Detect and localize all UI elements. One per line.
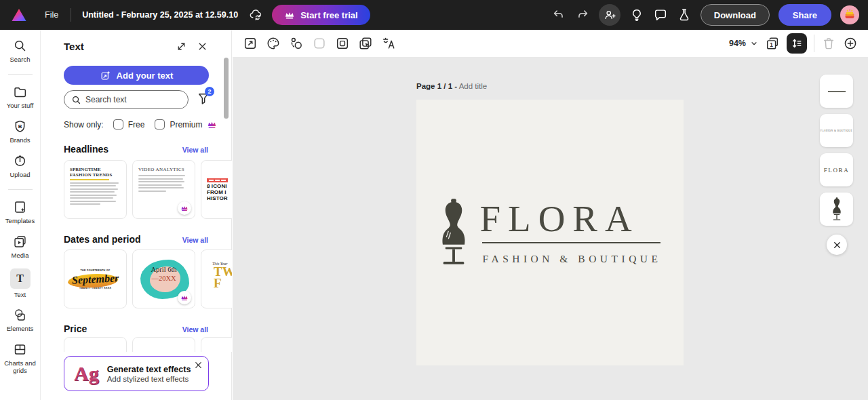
- sidebar-item-search[interactable]: Search: [1, 38, 40, 64]
- premium-checkbox[interactable]: [155, 119, 165, 129]
- template-title: VIDEO ANALYTICS: [138, 167, 189, 172]
- date-template-april-6th[interactable]: April 6th —20XX: [132, 249, 195, 308]
- view-all-price-link[interactable]: View all: [182, 325, 208, 334]
- comments-icon[interactable]: [653, 7, 668, 22]
- flora-logo-group[interactable]: FLORA FASHION & BOUTIQUE: [438, 195, 661, 271]
- mannequin-icon: [831, 197, 842, 222]
- zoom-level: 94%: [729, 39, 746, 48]
- undo-icon[interactable]: [551, 7, 566, 22]
- resize-icon[interactable]: [243, 36, 258, 51]
- generate-text-effects-card[interactable]: Ag Generate text effects Add stylized te…: [64, 356, 209, 391]
- mannequin-icon[interactable]: [438, 195, 469, 271]
- text-effect-preview: Ag: [74, 362, 99, 385]
- view-all-headlines-link[interactable]: View all: [182, 146, 208, 154]
- add-people-button[interactable]: [599, 4, 620, 26]
- start-free-trial-label: Start free trial: [300, 10, 358, 20]
- thumbnail-flora-text[interactable]: FLORA: [820, 153, 853, 186]
- premium-crown-icon: [180, 294, 189, 301]
- page-number-label: Page 1 / 1 -: [416, 82, 457, 90]
- sidebar-item-your-stuff[interactable]: Your stuff: [1, 84, 40, 110]
- expand-panel-icon[interactable]: [176, 41, 187, 52]
- sidebar-item-upload[interactable]: Upload: [1, 153, 40, 179]
- thumbnail-tagline[interactable]: FASHION & BOUTIQUE: [820, 114, 853, 147]
- cloud-sync-icon[interactable]: [248, 8, 264, 22]
- account-avatar[interactable]: [840, 5, 859, 24]
- folder-icon: [13, 85, 27, 99]
- sidebar-item-media[interactable]: Media: [1, 234, 40, 260]
- text-search-field[interactable]: [64, 90, 189, 109]
- shape-swatch-icon[interactable]: [312, 36, 327, 51]
- ideas-lightbulb-icon[interactable]: [629, 7, 644, 22]
- sidebar-label: Charts and grids: [1, 360, 40, 375]
- filter-button[interactable]: 2: [197, 92, 210, 108]
- left-navigation-rail: Search Your stuff B Brands Upload Templa…: [0, 30, 41, 400]
- download-button[interactable]: Download: [701, 4, 770, 26]
- duplicate-icon[interactable]: [358, 36, 373, 51]
- zoom-control[interactable]: 94%: [729, 39, 758, 48]
- logo-wordmark[interactable]: FLORA: [479, 200, 661, 237]
- start-free-trial-button[interactable]: Start free trial: [272, 5, 370, 25]
- deselect-close-button[interactable]: [827, 235, 847, 255]
- templates-icon: [13, 200, 27, 214]
- add-page-icon[interactable]: [843, 36, 858, 51]
- sidebar-item-text[interactable]: T Text: [1, 268, 40, 299]
- thumbnail-mannequin[interactable]: [820, 193, 853, 226]
- date-template-september[interactable]: THE FOURTEENTH OF September TWENTY TWENT…: [64, 249, 127, 308]
- free-checkbox[interactable]: [113, 119, 123, 129]
- pages-icon[interactable]: 1: [765, 36, 780, 51]
- search-text-input[interactable]: [85, 95, 174, 104]
- headline-template-8-iconic[interactable]: 8 ICONI FROM I HISTOR: [201, 160, 232, 219]
- file-menu[interactable]: File: [45, 10, 58, 20]
- panel-scrollbar[interactable]: [224, 58, 229, 119]
- sidebar-item-elements[interactable]: Elements: [1, 307, 40, 333]
- divider: [71, 8, 71, 22]
- headlines-card-row: SPRINGTIME FASHION TRENDS VIDEO ANALYTIC…: [64, 160, 232, 219]
- price-template[interactable]: [132, 337, 195, 352]
- delete-page-icon[interactable]: [821, 36, 836, 51]
- close-promo-icon[interactable]: [194, 361, 203, 369]
- animate-icon[interactable]: [289, 36, 304, 51]
- sidebar-item-brands[interactable]: B Brands: [1, 119, 40, 144]
- sidebar-label: Text: [14, 292, 26, 299]
- add-your-text-button[interactable]: Add your text: [64, 66, 209, 85]
- red-kicker-band: [207, 178, 228, 182]
- redo-icon[interactable]: [575, 7, 590, 22]
- document-title[interactable]: Untitled - February 25, 2025 at 12.59.10: [82, 10, 238, 20]
- price-card-row: [64, 337, 232, 352]
- sidebar-item-charts-and-grids[interactable]: Charts and grids: [1, 342, 40, 375]
- canvas-area: Page 1 / 1 - Add title FLORA FASHION & B…: [233, 57, 868, 400]
- translate-icon[interactable]: [381, 36, 396, 51]
- view-all-dates-link[interactable]: View all: [182, 236, 208, 244]
- frame-border-icon[interactable]: [335, 36, 350, 51]
- thumbnail-divider-line[interactable]: [820, 75, 853, 108]
- reorder-pages-icon: [790, 37, 804, 50]
- color-theme-palette-icon[interactable]: [266, 36, 281, 51]
- reorder-pages-button[interactable]: [787, 33, 807, 54]
- logo-tagline[interactable]: FASHION & BOUTIQUE: [479, 253, 661, 265]
- brand-shield-icon: B: [13, 119, 27, 134]
- sidebar-label: Your stuff: [7, 102, 34, 110]
- add-title-label[interactable]: Add title: [459, 82, 488, 90]
- headline-template-springtime[interactable]: SPRINGTIME FASHION TRENDS: [64, 160, 127, 219]
- price-template[interactable]: [201, 337, 232, 352]
- close-panel-icon[interactable]: [197, 41, 208, 52]
- design-page[interactable]: FLORA FASHION & BOUTIQUE: [416, 100, 684, 365]
- element-thumbnails: FASHION & BOUTIQUE FLORA: [820, 75, 853, 226]
- add-text-icon: [100, 70, 111, 81]
- template-year: —20XX: [133, 274, 195, 283]
- adobe-express-logo-icon[interactable]: [11, 7, 27, 22]
- share-button[interactable]: Share: [778, 4, 831, 26]
- page-indicator[interactable]: Page 1 / 1 - Add title: [416, 82, 487, 90]
- text-panel: Text Add your text 2 Show only: Free Pre…: [41, 30, 232, 400]
- sidebar-item-templates[interactable]: Templates: [1, 199, 40, 225]
- free-label: Free: [128, 120, 145, 129]
- crown-icon: [284, 10, 295, 20]
- date-template-this-year[interactable]: This Year TW F: [201, 249, 232, 308]
- search-icon: [71, 95, 81, 105]
- document-toolbar: 94% 1: [233, 30, 868, 57]
- headline-template-video-analytics[interactable]: VIDEO ANALYTICS: [132, 160, 195, 219]
- divider: [814, 35, 814, 52]
- logo-divider-line[interactable]: [482, 242, 660, 243]
- labs-beaker-icon[interactable]: [677, 7, 692, 22]
- price-template[interactable]: [64, 337, 127, 352]
